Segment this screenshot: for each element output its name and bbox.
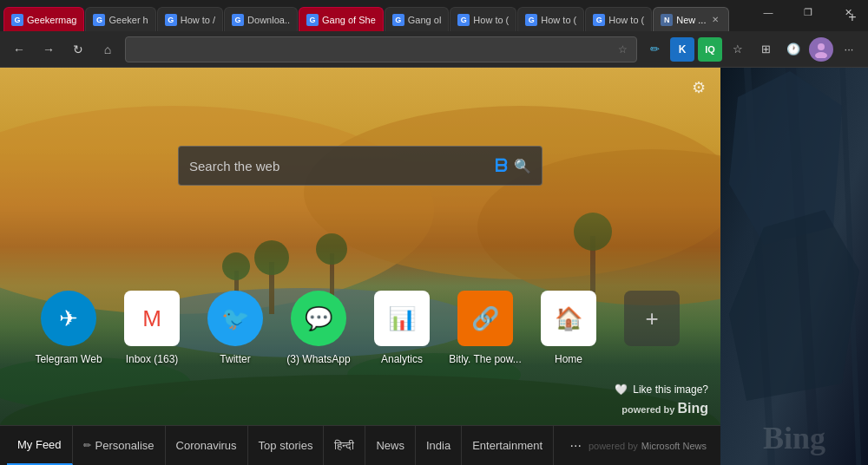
like-image-text: Like this image?	[633, 383, 708, 396]
tab-label-1: Geekermag	[27, 15, 76, 25]
quick-link-icon-3: 🐦	[207, 291, 263, 346]
svg-point-1	[815, 52, 827, 58]
news-item-8[interactable]: Entertainment	[462, 426, 554, 465]
settings-gear-button[interactable]: ⚙	[686, 75, 712, 101]
tab-3[interactable]: GHow to /	[157, 7, 223, 31]
profile-button[interactable]	[809, 37, 833, 62]
quick-link-5[interactable]: 📊Analytics	[364, 291, 440, 365]
toolbar: ← → ↻ ⌂ ☆ ✏ K IQ ☆ ⊞ 🕐 ···	[0, 31, 868, 68]
minimize-button[interactable]: —	[748, 0, 788, 24]
news-more-button[interactable]: ···	[563, 438, 589, 454]
quick-link-icon-6: 🔗	[457, 291, 513, 346]
news-item-label-2: Personalise	[95, 439, 155, 452]
quick-link-4[interactable]: 💬(3) WhatsApp	[280, 291, 357, 365]
tab-label-5: Gang of She	[322, 15, 376, 25]
tab-6[interactable]: GGang ol	[385, 7, 450, 31]
tab-label-7: How to (	[473, 15, 509, 25]
search-placeholder-text: Search the web	[189, 159, 488, 174]
news-item-label-7: India	[426, 439, 450, 452]
forward-button[interactable]: →	[36, 37, 61, 62]
quick-link-icon-7: 🏠	[541, 291, 596, 346]
news-item-1[interactable]: My Feed	[7, 426, 73, 465]
news-item-label-5: हिन्दी	[334, 439, 354, 453]
heart-icon: 🤍	[615, 383, 628, 396]
news-item-6[interactable]: News	[365, 426, 416, 465]
tab-4[interactable]: GDownloa..	[224, 7, 298, 31]
tab-label-4: Downloa..	[247, 15, 290, 25]
tab-9[interactable]: GHow to (	[585, 7, 652, 31]
powered-by-text: powered by	[621, 404, 674, 415]
sidebar-button[interactable]: ⊞	[753, 37, 778, 62]
tab-label-8: How to (	[541, 15, 576, 25]
search-section: Search the web ᗷ 🔍	[178, 146, 542, 186]
quick-link-label-2: Inbox (163)	[126, 353, 179, 365]
news-item-3[interactable]: Coronavirus	[166, 426, 248, 465]
tab-8[interactable]: GHow to (	[517, 7, 584, 31]
toolbar-right: ✏ K IQ ☆ ⊞ 🕐 ···	[642, 37, 861, 62]
news-item-icon-2: ✏	[83, 440, 91, 451]
favorites-button[interactable]: ☆	[726, 37, 750, 62]
quick-link-2[interactable]: MInbox (163)	[114, 291, 190, 365]
more-button[interactable]: ···	[837, 37, 861, 62]
search-icon[interactable]: 🔍	[514, 158, 531, 174]
powered-by-label: powered by	[589, 441, 638, 451]
svg-text:Bing: Bing	[763, 421, 825, 455]
tab-1[interactable]: GGeekermag	[3, 7, 84, 31]
news-item-7[interactable]: India	[416, 426, 462, 465]
quick-link-label-5: Analytics	[381, 353, 423, 365]
quick-link-6[interactable]: 🔗Bitly. The pow...	[447, 291, 523, 365]
address-bar[interactable]: ☆	[125, 36, 637, 62]
tab-5[interactable]: GGang of She	[299, 7, 384, 31]
quick-link-8[interactable]: +	[614, 291, 690, 346]
tab-2[interactable]: GGeeker h	[85, 7, 155, 31]
tab-favicon-10: N	[661, 14, 673, 26]
news-item-2[interactable]: ✏Personalise	[73, 426, 166, 465]
news-item-label-3: Coronavirus	[176, 439, 237, 452]
iq-button[interactable]: IQ	[698, 37, 722, 62]
svg-point-0	[818, 43, 825, 50]
right-panel: Bing	[720, 68, 868, 465]
quick-link-icon-8: +	[624, 291, 680, 346]
quick-link-7[interactable]: 🏠Home	[530, 291, 607, 365]
tab-favicon-6: G	[392, 14, 404, 26]
quick-links: ✈Telegram WebMInbox (163)🐦Twitter💬(3) Wh…	[30, 291, 690, 365]
news-item-5[interactable]: हिन्दी	[324, 426, 365, 465]
tab-10[interactable]: NNew ...✕	[653, 7, 729, 31]
quick-link-label-4: (3) WhatsApp	[286, 353, 350, 365]
quick-link-icon-4: 💬	[291, 291, 346, 346]
refresh-button[interactable]: ↻	[66, 37, 90, 62]
tab-favicon-3: G	[165, 14, 177, 26]
quick-link-3[interactable]: 🐦Twitter	[197, 291, 273, 365]
tab-favicon-2: G	[93, 14, 105, 26]
tab-favicon-7: G	[457, 14, 470, 26]
news-item-label-6: News	[376, 439, 404, 452]
pen-icon[interactable]: ✏	[642, 37, 667, 62]
back-button[interactable]: ←	[7, 37, 31, 62]
tab-bar: GGeekermagGGeeker hGHow to /GDownloa..GG…	[0, 0, 868, 31]
close-button[interactable]: ✕	[828, 0, 868, 24]
quick-link-1[interactable]: ✈Telegram Web	[30, 291, 107, 365]
favorites-icon[interactable]: ☆	[618, 43, 628, 56]
home-button[interactable]: ⌂	[95, 37, 120, 62]
news-bar: My Feed✏PersonaliseCoronavirusTop storie…	[0, 425, 720, 465]
tab-label-2: Geeker h	[108, 15, 148, 25]
tab-label-10: New ...	[676, 15, 706, 25]
collections-button[interactable]: K	[670, 37, 694, 62]
history-button[interactable]: 🕐	[781, 37, 806, 62]
cliff-background: Bing	[720, 68, 868, 465]
quick-link-label-3: Twitter	[220, 353, 250, 365]
bing-brand: Bing	[677, 401, 708, 416]
background-scene	[0, 68, 720, 465]
tab-close-10[interactable]: ✕	[709, 14, 721, 26]
news-item-label-4: Top stories	[259, 439, 313, 452]
svg-point-11	[222, 252, 250, 280]
bing-logo: ᗷ	[495, 156, 507, 176]
like-image-button[interactable]: 🤍 Like this image?	[615, 383, 708, 396]
news-item-4[interactable]: Top stories	[248, 426, 325, 465]
tab-label-6: Gang ol	[408, 15, 442, 25]
quick-link-icon-2: M	[124, 291, 180, 346]
tab-favicon-8: G	[525, 14, 537, 26]
restore-button[interactable]: ❐	[788, 0, 828, 24]
search-bar[interactable]: Search the web ᗷ 🔍	[178, 146, 542, 186]
tab-7[interactable]: GHow to (	[450, 7, 516, 31]
